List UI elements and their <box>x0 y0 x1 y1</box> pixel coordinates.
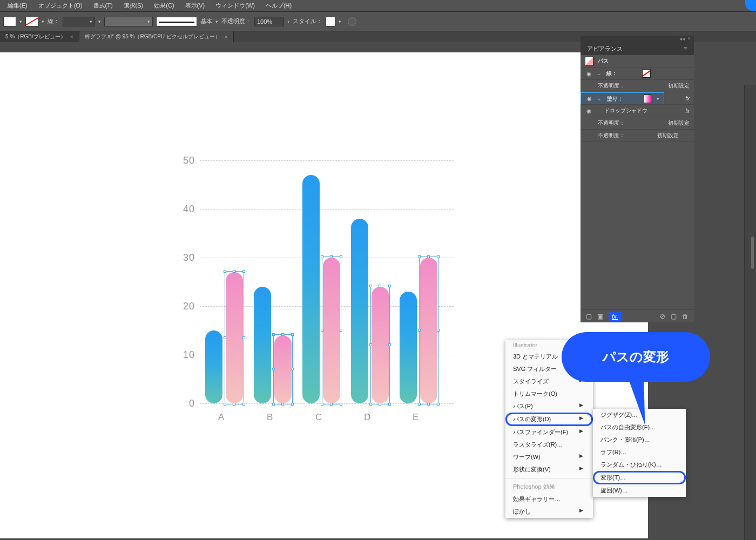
new-icon[interactable]: ▢ <box>671 313 677 320</box>
appearance-fill-row[interactable]: ◉ ⌄ 塗り： ▾ <box>580 92 664 105</box>
bar-chart: 01020304050 ABCDE <box>167 160 454 420</box>
callout-bubble: パスの変形 <box>562 332 710 382</box>
fxmenu-shape[interactable]: 形状に変換(V)▶ <box>505 463 593 476</box>
y-tick: 0 <box>189 398 195 409</box>
fx-icon[interactable]: fx <box>685 96 690 102</box>
stroke-label: 線： <box>48 17 59 25</box>
y-tick: 10 <box>183 349 195 361</box>
appearance-row-label: 不透明度： <box>598 119 625 127</box>
dropdown-icon[interactable]: ▾ <box>42 19 44 24</box>
caret-right-icon[interactable]: › <box>287 18 289 25</box>
close-icon[interactable]: × <box>70 34 73 40</box>
appearance-opacity-row-2[interactable]: 不透明度： 初期設定 <box>580 117 694 130</box>
bar-series1[interactable] <box>400 292 417 403</box>
appearance-row-label: 塗り： <box>607 95 623 103</box>
path-thumb-icon <box>585 57 593 65</box>
tab-label: 棒グラフ.ai* @ 95 %（RGB/CPU ピクセルプレビュー） <box>85 33 220 40</box>
stroke-profile[interactable] <box>104 17 153 26</box>
fxmenu-path[interactable]: パス(P)▶ <box>505 400 593 413</box>
x-label: D <box>364 412 370 423</box>
menu-view[interactable]: 表示(V) <box>181 1 210 11</box>
fxsub-transform[interactable]: 変形(T)… <box>593 471 686 484</box>
selection-box <box>322 256 341 404</box>
menu-window[interactable]: ウィンドウ(W) <box>211 1 259 11</box>
prev-icon[interactable]: ▢ <box>586 313 592 320</box>
fxsub-rough[interactable]: ラフ(R)… <box>593 446 686 458</box>
trash-icon[interactable]: 🗑 <box>682 313 688 320</box>
bar-series1[interactable] <box>254 287 271 403</box>
dropdown-icon[interactable]: ▾ <box>339 19 341 24</box>
brush-stroke-preview[interactable] <box>156 17 197 26</box>
chevron-down-icon[interactable]: ⌄ <box>597 71 602 76</box>
opacity-label: 不透明度： <box>221 17 251 25</box>
selection-box <box>419 256 438 404</box>
fxsub-random[interactable]: ランダム・ひねり(K)… <box>593 458 686 471</box>
thumb-icon[interactable]: ▣ <box>597 313 603 320</box>
dropdown-icon[interactable]: ▾ <box>215 19 218 24</box>
document-tab-active[interactable]: 棒グラフ.ai* @ 95 %（RGB/CPU ピクセルプレビュー） × <box>79 31 234 42</box>
visibility-icon[interactable]: ◉ <box>585 71 592 77</box>
panel-menu-icon[interactable]: ≡ <box>684 45 687 52</box>
appearance-opacity-row-3[interactable]: 不透明度： 初期設定 <box>580 130 694 142</box>
y-tick: 30 <box>183 252 195 264</box>
appearance-panel-tab[interactable]: アピアランス ≡ <box>580 42 694 55</box>
appearance-row-label: 不透明度： <box>598 82 625 90</box>
fxmenu-pathfinder[interactable]: パスファインダー(F)▶ <box>505 426 593 438</box>
add-effect-button[interactable]: fx. <box>609 312 622 321</box>
y-tick: 20 <box>183 301 195 312</box>
dropdown-icon[interactable]: ▾ <box>657 96 659 102</box>
menu-type[interactable]: 書式(T) <box>89 1 117 11</box>
appearance-opacity-row[interactable]: 不透明度： 初期設定 <box>580 80 694 92</box>
fxmenu-rasterize[interactable]: ラスタライズ(R)… <box>505 438 593 451</box>
opacity-input[interactable]: 100% <box>254 17 284 26</box>
clear-icon[interactable]: ⊘ <box>660 313 665 320</box>
menu-effect[interactable]: 効果(C) <box>150 1 178 11</box>
recolor-icon[interactable] <box>348 17 356 26</box>
fxmenu-trim[interactable]: トリムマーク(O) <box>505 388 593 400</box>
appearance-footer-buttons: ▢ ▣ fx. ⊘ ▢ 🗑 <box>580 309 694 322</box>
visibility-icon[interactable]: ◉ <box>585 96 593 102</box>
document-tab[interactable]: 5 %（RGB/プレビュー） × <box>0 31 79 42</box>
appearance-row-label: 不透明度： <box>598 132 625 139</box>
appearance-row-label: パス <box>598 57 609 65</box>
selection-box <box>370 286 390 404</box>
bar-series1[interactable] <box>302 175 320 403</box>
style-label: スタイル： <box>293 17 322 25</box>
panel-grip[interactable]: ◂◂ × <box>580 36 694 42</box>
fill-swatch[interactable] <box>644 94 652 103</box>
fxmenu-warp[interactable]: ワープ(W)▶ <box>505 451 593 463</box>
menu-select[interactable]: 選択(S) <box>119 1 148 11</box>
right-panel-dock[interactable] <box>744 85 756 540</box>
stroke-none-swatch[interactable] <box>642 69 651 78</box>
chevron-down-icon[interactable]: ⌄ <box>597 96 603 102</box>
fill-swatch[interactable] <box>3 17 16 26</box>
appearance-row-value: 初期設定 <box>668 82 690 90</box>
appearance-path-row[interactable]: パス <box>580 55 694 68</box>
fxmenu-gallery[interactable]: 効果ギャラリー… <box>505 493 593 505</box>
menu-help[interactable]: ヘルプ(H) <box>261 1 296 11</box>
menu-edit[interactable]: 編集(E) <box>3 1 32 11</box>
dropdown-icon[interactable]: ▾ <box>19 19 22 24</box>
stroke-swatch[interactable] <box>25 17 38 26</box>
menu-object[interactable]: オブジェクト(O) <box>34 1 87 11</box>
dropdown-icon[interactable]: ▾ <box>98 19 101 24</box>
close-icon[interactable]: × <box>225 34 228 40</box>
appearance-stroke-row[interactable]: ◉ ⌄ 線： <box>580 68 694 80</box>
appearance-dropshadow-row[interactable]: ◉ ドロップシャドウ fx <box>580 105 694 117</box>
bar-series1[interactable] <box>351 219 368 403</box>
fxsub-punk[interactable]: パンク・膨張(P)… <box>593 434 686 446</box>
stroke-weight-input[interactable] <box>63 17 95 26</box>
x-label: B <box>267 412 273 423</box>
bar-series1[interactable] <box>205 330 222 403</box>
fxsub-twirl[interactable]: 旋回(W)… <box>593 484 686 497</box>
fxsub-freedistort[interactable]: パスの自由変形(F)… <box>593 421 686 434</box>
stroke-style-label: 基本 <box>200 17 212 25</box>
graphic-style-swatch[interactable] <box>326 17 335 26</box>
fxmenu-distort-transform[interactable]: パスの変形(D)▶ <box>505 413 593 426</box>
fx-icon[interactable]: fx <box>685 108 690 114</box>
visibility-icon[interactable]: ◉ <box>585 108 592 114</box>
fxmenu-blur[interactable]: ぼかし▶ <box>505 505 593 518</box>
fxmenu-ps-header: Photoshop 効果 <box>505 481 593 493</box>
opacity-value: 100% <box>257 18 272 25</box>
fxsub-zigzag[interactable]: ジグザグ(Z)… <box>593 409 686 421</box>
